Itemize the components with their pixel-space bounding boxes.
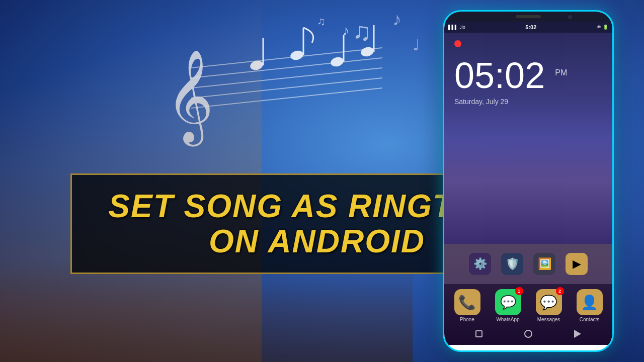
recording-indicator [454, 40, 461, 47]
whatsapp-app-icon[interactable]: 💬 1 [495, 289, 521, 315]
dock-messages[interactable]: 💬 2 Messages [536, 289, 562, 322]
dock-contacts[interactable]: 👤 Contacts [577, 289, 603, 322]
nav-home-button[interactable] [474, 329, 484, 339]
nav-back-button[interactable] [523, 329, 533, 339]
messages-badge: 2 [556, 287, 564, 295]
nav-recents-button[interactable] [573, 329, 583, 339]
svg-point-8 [289, 49, 304, 61]
phone-nav-bar [444, 325, 612, 345]
music-notes-tr: ♫ ♪ ♩ [342, 0, 443, 80]
signal-icon: ▌▌▌ [448, 25, 458, 30]
phone-dock: 📞 Phone 💬 1 WhatsApp 💬 2 M [444, 284, 612, 345]
dock-icons-row: 📞 Phone 💬 1 WhatsApp 💬 2 M [444, 284, 612, 325]
app-icon-4: ▶ [566, 253, 588, 275]
lock-screen-date: Saturday, July 29 [454, 98, 602, 106]
whatsapp-badge: 1 [515, 287, 523, 295]
dock-phone[interactable]: 📞 Phone [454, 289, 480, 322]
phone-app-label: Phone [460, 317, 474, 322]
carrier-name: Jio [459, 25, 465, 30]
lock-screen: 05:02 PM Saturday, July 29 [444, 33, 612, 244]
lock-screen-time: 05:02 PM [454, 57, 567, 94]
svg-text:♫: ♫ [317, 15, 326, 28]
status-right: 👁 🔋 [597, 25, 608, 30]
nav-circle-icon [524, 330, 532, 338]
app-icon-2: 🛡️ [501, 253, 523, 275]
svg-text:♫: ♫ [352, 18, 371, 46]
nav-square-icon [475, 330, 482, 337]
contacts-app-label: Contacts [580, 317, 599, 322]
phone-top-bezel [444, 12, 612, 22]
phone-speaker [516, 15, 541, 18]
phone-camera [568, 15, 572, 19]
landscape [0, 261, 413, 362]
battery-icon: 🔋 [603, 25, 608, 30]
svg-text:♪: ♪ [392, 9, 401, 29]
status-bar: ▌▌▌ Jio 5:02 👁 🔋 [444, 22, 612, 33]
status-left: ▌▌▌ Jio [448, 25, 465, 30]
app-icon-3: 🖼️ [533, 253, 555, 275]
contacts-app-icon[interactable]: 👤 [577, 289, 603, 315]
title-line2: ON ANDROID [209, 224, 425, 259]
phone-mockup: ▌▌▌ Jio 5:02 👁 🔋 05:02 PM Saturday, July… [443, 10, 614, 352]
whatsapp-app-label: WhatsApp [496, 317, 519, 322]
messages-app-icon[interactable]: 💬 2 [536, 289, 562, 315]
eye-icon: 👁 [597, 25, 601, 30]
messages-app-label: Messages [537, 317, 560, 322]
status-time: 5:02 [525, 24, 536, 30]
phone-app-icon[interactable]: 📞 [454, 289, 480, 315]
background: 𝄞 ♪ ♫ ♫ ♪ ♩ SET SONG AS RINGTONE ON ANDR… [0, 0, 644, 362]
svg-text:♩: ♩ [413, 37, 420, 53]
dock-whatsapp[interactable]: 💬 1 WhatsApp [495, 289, 521, 322]
app-icons-area: ⚙️ 🛡️ 🖼️ ▶ [444, 244, 612, 284]
app-icon-1: ⚙️ [469, 253, 491, 275]
nav-triangle-icon [574, 330, 581, 338]
lock-ampm: PM [555, 68, 567, 77]
